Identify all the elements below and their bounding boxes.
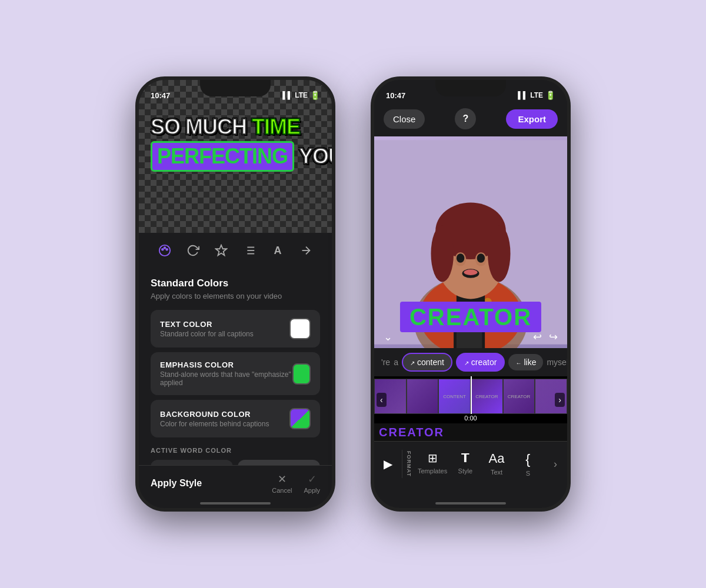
- svg-point-27: [457, 253, 465, 262]
- video-title: SO MUCH TIME PERFECTING YOUR: [151, 115, 320, 172]
- timeline-thumb-4: CREATOR: [471, 379, 503, 414]
- like-chip-icon: ←: [515, 360, 521, 366]
- title-line1: SO MUCH TIME: [151, 115, 320, 139]
- word-chip-creator[interactable]: ↗creator: [456, 353, 505, 372]
- carrier-label-1: LTE: [295, 91, 308, 99]
- phone1-content: 10:47 ▌▌ LTE 🔋 SO MUCH TIME PERFECTING Y…: [139, 80, 332, 508]
- toolbar-chevron[interactable]: ›: [544, 458, 567, 470]
- palette-icon[interactable]: [154, 240, 175, 261]
- word-chip-myself[interactable]: myself,: [547, 358, 567, 367]
- signal-icon-2: ▌▌: [518, 91, 528, 99]
- video-background: CREATOR ⌄ ↩ ↪: [374, 136, 567, 348]
- apply-icon: ✓: [308, 473, 317, 486]
- play-icon: ▶: [384, 457, 392, 471]
- editor-bottom-toolbar: ▶ FORMAT ⊞ Templates 𝗧 Style Aa Text {: [374, 441, 567, 493]
- word-chip-content[interactable]: ↗content: [402, 353, 452, 372]
- home-indicator-2: [435, 502, 506, 505]
- undo-redo-controls: ↩ ↪: [533, 330, 558, 343]
- panel-subtitle: Apply colors to elements on your video: [151, 292, 320, 300]
- word-chip-apostrophe[interactable]: 're: [381, 358, 390, 367]
- cancel-button[interactable]: ✕ Cancel: [272, 473, 292, 494]
- text-label: Text: [491, 469, 502, 476]
- text-color-desc: Standard color for all captions: [160, 330, 254, 338]
- phone-notch: [200, 80, 271, 96]
- title-line2: PERFECTING YOUR: [151, 141, 320, 172]
- list-icon[interactable]: [239, 240, 260, 261]
- timeline-playhead: [471, 376, 472, 414]
- more-icon: {: [525, 451, 530, 467]
- pen-icon[interactable]: [295, 240, 317, 261]
- templates-toolbar-item[interactable]: ⊞ Templates: [415, 446, 449, 482]
- redo-button[interactable]: ↪: [549, 330, 558, 343]
- time-display-1: 10:47: [151, 91, 170, 100]
- sparkles-icon[interactable]: [211, 240, 232, 261]
- background-color-row[interactable]: BACKGROUND COLOR Color for elements behi…: [151, 400, 320, 437]
- phone-2: 10:47 ▌▌ LTE 🔋 Close ? Export: [371, 76, 571, 512]
- svg-point-30: [464, 269, 477, 275]
- word-chips-row: 're a ↗content ↗creator ←like myself,: [374, 348, 567, 376]
- emphasis-color-swatch[interactable]: [292, 363, 311, 385]
- style-toolbar-item[interactable]: 𝗧 Style: [449, 446, 481, 482]
- svg-point-23: [431, 225, 454, 282]
- text-color-swatch[interactable]: [289, 318, 311, 339]
- perfecting-box: PERFECTING: [151, 141, 294, 172]
- undo-button[interactable]: ↩: [533, 330, 542, 343]
- export-button[interactable]: Export: [506, 109, 558, 129]
- templates-label: Templates: [418, 467, 447, 475]
- status-icons-2: ▌▌ LTE 🔋: [518, 91, 555, 100]
- battery-icon-2: 🔋: [545, 91, 555, 100]
- text-icon[interactable]: A: [267, 240, 288, 261]
- your-text: YOUR: [299, 144, 332, 169]
- title-so-much: SO MUCH: [151, 115, 252, 139]
- scroll-down-icon[interactable]: ⌄: [384, 330, 392, 343]
- toggle-color-btn[interactable]: Color: [238, 460, 320, 465]
- content-chip-icon: ↗: [410, 360, 415, 366]
- text-color-row[interactable]: TEXT COLOR Standard color for all captio…: [151, 310, 320, 348]
- timeline-thumb-3: CONTENT: [438, 379, 471, 414]
- phone2-content: 10:47 ▌▌ LTE 🔋 Close ? Export: [374, 80, 567, 508]
- toggle-off-btn[interactable]: OFF Enabled: [151, 460, 233, 465]
- word-chip-a[interactable]: a: [394, 358, 398, 367]
- timeline-thumb-5: CREATOR: [503, 379, 535, 414]
- emphasis-color-label: EMPHASIS COLOR: [160, 360, 292, 369]
- svg-point-24: [488, 225, 511, 282]
- active-word-toggle-row: OFF Enabled Color: [151, 460, 320, 465]
- text-toolbar-item[interactable]: Aa Text: [481, 446, 512, 482]
- editor-toolbar-icons: A: [139, 233, 332, 268]
- panel-title: Standard Colors: [151, 278, 320, 289]
- timeline-time: 0:00: [461, 414, 480, 422]
- creator-chip-icon: ↗: [464, 360, 469, 366]
- refresh-icon[interactable]: [182, 240, 204, 261]
- creator-word: CREATOR: [400, 302, 541, 332]
- timeline-creator-label: CREATOR: [374, 426, 449, 439]
- svg-point-1: [162, 249, 164, 250]
- video-timeline[interactable]: ‹ CONTENT CREATOR CREATOR 0:00 ›: [374, 376, 567, 423]
- timeline-text-labels: CREATOR: [374, 423, 567, 441]
- apply-button[interactable]: ✓ Apply: [304, 473, 320, 494]
- time-display-2: 10:47: [386, 91, 405, 100]
- battery-icon-1: 🔋: [310, 91, 320, 100]
- home-indicator-1: [200, 502, 271, 505]
- apply-label: Apply: [304, 487, 320, 494]
- svg-point-2: [164, 247, 166, 249]
- play-button[interactable]: ▶: [374, 450, 402, 478]
- timeline-thumb-2: [407, 379, 439, 414]
- help-button[interactable]: ?: [455, 108, 476, 129]
- emphasis-color-row[interactable]: EMPHASIS COLOR Stand-alone words that ha…: [151, 352, 320, 395]
- signal-icon-1: ▌▌: [282, 91, 292, 99]
- timeline-nav-right[interactable]: ›: [555, 393, 565, 407]
- svg-point-3: [166, 249, 168, 250]
- more-toolbar-item[interactable]: { S: [512, 446, 544, 482]
- active-word-section-label: ACTIVE WORD COLOR: [151, 447, 320, 454]
- format-label: FORMAT: [402, 451, 415, 477]
- bottom-actions: ✕ Cancel ✓ Apply: [272, 473, 320, 494]
- style-icon: 𝗧: [461, 451, 469, 465]
- background-color-swatch[interactable]: [289, 408, 311, 429]
- emphasis-color-info: EMPHASIS COLOR Stand-alone words that ha…: [160, 360, 292, 387]
- background-color-desc: Color for elements behind captions: [160, 420, 269, 428]
- word-chip-like[interactable]: ←like: [508, 354, 543, 370]
- close-button[interactable]: Close: [384, 109, 425, 129]
- cancel-icon: ✕: [278, 473, 287, 486]
- carrier-label-2: LTE: [530, 91, 543, 99]
- timeline-nav-left[interactable]: ‹: [377, 393, 387, 407]
